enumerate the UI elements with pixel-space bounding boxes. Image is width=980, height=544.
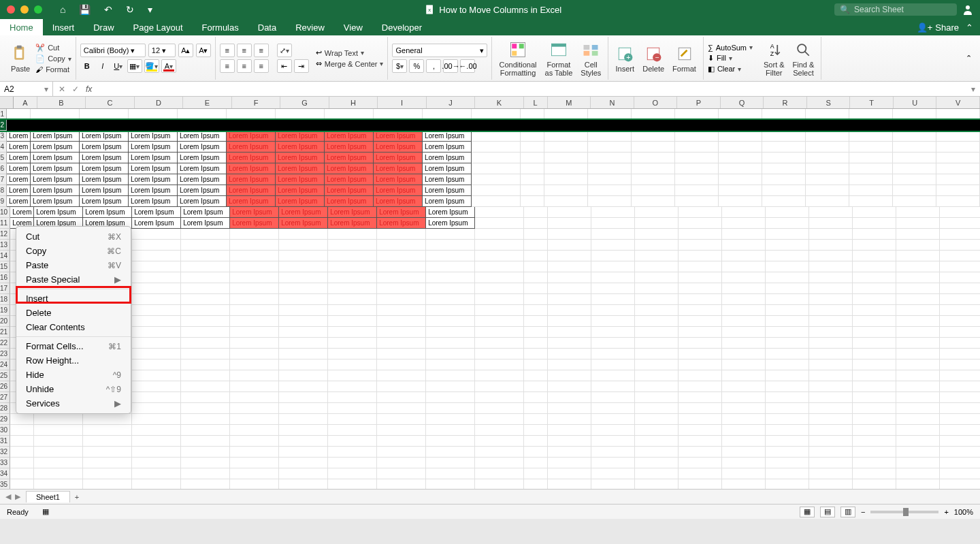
cell[interactable]: [675, 196, 719, 207]
cell[interactable]: [722, 261, 766, 272]
cell[interactable]: [524, 229, 548, 240]
find-select-button[interactable]: Find & Select: [790, 40, 817, 77]
cell[interactable]: [896, 218, 940, 229]
paste-button[interactable]: Paste: [8, 44, 33, 73]
cell[interactable]: [230, 381, 279, 392]
cell[interactable]: Lorem Ipsum: [129, 153, 178, 163]
cell[interactable]: [896, 338, 940, 349]
cell[interactable]: Lorem Ipsum: [325, 163, 374, 174]
cell[interactable]: Lorem Ipsum: [325, 174, 374, 185]
cell[interactable]: [896, 251, 940, 261]
cell[interactable]: [940, 251, 980, 261]
cell[interactable]: [328, 283, 377, 294]
row-header[interactable]: 6: [0, 163, 7, 174]
cell[interactable]: Lorem Ipsum: [423, 174, 472, 185]
cell[interactable]: [940, 425, 980, 436]
cell[interactable]: [521, 153, 544, 163]
cell[interactable]: [377, 251, 426, 261]
cell[interactable]: [896, 370, 940, 381]
cell[interactable]: [475, 272, 524, 283]
cell[interactable]: [181, 305, 230, 316]
row-header[interactable]: 13: [0, 240, 10, 251]
cell[interactable]: [548, 251, 591, 261]
cell[interactable]: [940, 359, 980, 370]
cell[interactable]: [132, 305, 181, 316]
cell[interactable]: [132, 414, 181, 425]
cell[interactable]: [591, 218, 635, 229]
cell[interactable]: [279, 229, 328, 240]
cell[interactable]: [809, 479, 853, 489]
cell[interactable]: [893, 174, 936, 185]
cell[interactable]: [940, 338, 980, 349]
cell[interactable]: Lorem Ipsum: [7, 196, 31, 207]
cell[interactable]: Lorem Ipsum: [80, 163, 129, 174]
cell[interactable]: [475, 338, 524, 349]
cell[interactable]: [722, 251, 766, 261]
col-header-E[interactable]: E: [183, 97, 232, 108]
cell[interactable]: [853, 229, 896, 240]
cell[interactable]: [896, 436, 940, 447]
sheet-prev-icon[interactable]: ◀: [5, 492, 11, 501]
cell[interactable]: [722, 327, 766, 338]
cell[interactable]: [475, 479, 524, 489]
col-header-T[interactable]: T: [850, 97, 894, 108]
cell[interactable]: Lorem Ipsum: [279, 218, 328, 229]
cell[interactable]: [230, 403, 279, 414]
cell[interactable]: Lorem Ipsum: [178, 131, 227, 142]
cell[interactable]: Lorem Ipsum: [426, 218, 475, 229]
cell[interactable]: [374, 120, 423, 131]
cell[interactable]: [766, 305, 809, 316]
cell[interactable]: [853, 218, 896, 229]
cell[interactable]: [809, 392, 853, 403]
cell[interactable]: Lorem Ipsum: [31, 142, 80, 153]
col-header-D[interactable]: D: [135, 97, 184, 108]
cell[interactable]: [766, 392, 809, 403]
cell[interactable]: [426, 283, 475, 294]
cell[interactable]: [940, 240, 980, 251]
cell[interactable]: [719, 196, 762, 207]
cell[interactable]: [936, 185, 980, 196]
cell[interactable]: [279, 283, 328, 294]
cell[interactable]: Lorem Ipsum: [31, 196, 80, 207]
cell[interactable]: [853, 458, 896, 468]
cell[interactable]: [132, 458, 181, 468]
cell[interactable]: [475, 359, 524, 370]
cell[interactable]: [472, 109, 521, 120]
cell[interactable]: [377, 381, 426, 392]
cell[interactable]: [766, 283, 809, 294]
cell[interactable]: [679, 316, 722, 327]
cell[interactable]: [524, 218, 548, 229]
cell[interactable]: [635, 370, 679, 381]
cell[interactable]: [635, 251, 679, 261]
cell[interactable]: [719, 131, 762, 142]
cell[interactable]: Lorem Ipsum: [178, 174, 227, 185]
shrink-font-button[interactable]: A▾: [196, 44, 211, 57]
cell[interactable]: [722, 272, 766, 283]
col-header-C[interactable]: C: [86, 97, 135, 108]
cell[interactable]: [426, 240, 475, 251]
cell[interactable]: [722, 349, 766, 359]
cell[interactable]: Lorem Ipsum: [178, 163, 227, 174]
cell[interactable]: Lorem Ipsum: [31, 185, 80, 196]
cell[interactable]: [722, 359, 766, 370]
align-right-button[interactable]: ≡: [254, 59, 269, 73]
spreadsheet-grid[interactable]: ABCDEFGHIJKLMNOPQRSTUV 123Lorem IpsumLor…: [0, 97, 980, 489]
cell[interactable]: [853, 251, 896, 261]
cell[interactable]: [722, 403, 766, 414]
tab-data[interactable]: Data: [248, 19, 286, 35]
cell[interactable]: [806, 120, 849, 131]
cell[interactable]: [896, 240, 940, 251]
cell[interactable]: Lorem Ipsum: [374, 196, 423, 207]
cell[interactable]: [34, 425, 83, 436]
cell[interactable]: [132, 479, 181, 489]
cell[interactable]: [328, 349, 377, 359]
ctx-cut[interactable]: Cut⌘X: [16, 229, 131, 244]
cell[interactable]: Lorem Ipsum: [7, 131, 31, 142]
cell[interactable]: [762, 196, 806, 207]
cell[interactable]: [181, 436, 230, 447]
cell[interactable]: [588, 120, 632, 131]
undo-icon[interactable]: ↶: [104, 4, 112, 15]
cell[interactable]: [853, 349, 896, 359]
redo-icon[interactable]: ↻: [126, 4, 134, 15]
cell[interactable]: [809, 359, 853, 370]
